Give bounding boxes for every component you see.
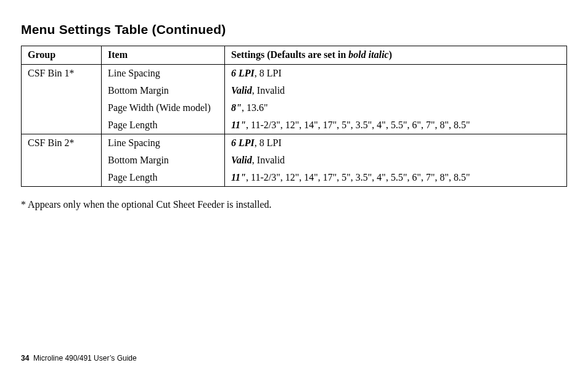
default-value: 6 LPI (231, 137, 255, 148)
default-value: 11" (231, 120, 246, 130)
default-value: Valid (231, 155, 252, 165)
th-settings-bolditalic: bold italic (348, 49, 388, 60)
other-values: , 8 LPI (255, 68, 282, 78)
item-cell: Page Width (Wide model) (102, 99, 225, 117)
page-footer: 34 Microline 490/491 User’s Guide (21, 354, 137, 363)
settings-cell: 6 LPI, 8 LPI (225, 65, 567, 83)
item-cell: Bottom Margin (102, 152, 225, 169)
table-row: CSF Bin 2*Line Spacing6 LPI, 8 LPI (22, 134, 567, 152)
th-settings-suffix: ) (389, 49, 392, 60)
settings-cell: 11", 11-2/3", 12", 14", 17", 5", 3.5", 4… (225, 117, 567, 134)
table-row: Page Length11", 11-2/3", 12", 14", 17", … (22, 117, 567, 134)
settings-cell: 11", 11-2/3", 12", 14", 17", 5", 3.5", 4… (225, 169, 567, 187)
default-value: 8" (231, 102, 242, 113)
group-cell: CSF Bin 1* (22, 65, 102, 134)
default-value: 11" (231, 172, 246, 182)
book-title-text: Microline 490/491 User’s Guide (33, 354, 137, 363)
page-number: 34 (21, 354, 29, 363)
other-values: , 8 LPI (255, 137, 282, 148)
item-cell: Line Spacing (102, 134, 225, 152)
item-cell: Line Spacing (102, 65, 225, 83)
other-values: , 13.6" (242, 102, 268, 113)
table-header-row: Group Item Settings (Defaults are set in… (22, 46, 567, 65)
other-values: , 11-2/3", 12", 14", 17", 5", 3.5", 4", … (246, 172, 470, 182)
th-settings-prefix: Settings (Defaults are set in (231, 49, 348, 60)
group-cell: CSF Bin 2* (22, 134, 102, 187)
settings-cell: 6 LPI, 8 LPI (225, 134, 567, 152)
footnote: * Appears only when the optional Cut She… (21, 199, 567, 210)
default-value: 6 LPI (231, 68, 255, 78)
table-row: CSF Bin 1*Line Spacing6 LPI, 8 LPI (22, 65, 567, 83)
settings-table: Group Item Settings (Defaults are set in… (21, 46, 567, 187)
default-value: Valid (231, 85, 252, 96)
settings-cell: Valid, Invalid (225, 82, 567, 99)
page: Menu Settings Table (Continued) Group It… (0, 0, 588, 381)
item-cell: Bottom Margin (102, 82, 225, 99)
other-values: , 11-2/3", 12", 14", 17", 5", 3.5", 4", … (246, 120, 470, 130)
th-item: Item (102, 46, 225, 65)
item-cell: Page Length (102, 117, 225, 134)
th-settings: Settings (Defaults are set in bold itali… (225, 46, 567, 65)
other-values: , Invalid (252, 155, 285, 165)
table-row: Bottom MarginValid, Invalid (22, 152, 567, 169)
table-row: Bottom MarginValid, Invalid (22, 82, 567, 99)
settings-cell: 8", 13.6" (225, 99, 567, 117)
table-row: Page Width (Wide model)8", 13.6" (22, 99, 567, 117)
other-values: , Invalid (252, 85, 285, 96)
page-title: Menu Settings Table (Continued) (21, 22, 567, 37)
settings-cell: Valid, Invalid (225, 152, 567, 169)
th-group: Group (22, 46, 102, 65)
item-cell: Page Length (102, 169, 225, 187)
table-row: Page Length11", 11-2/3", 12", 14", 17", … (22, 169, 567, 187)
